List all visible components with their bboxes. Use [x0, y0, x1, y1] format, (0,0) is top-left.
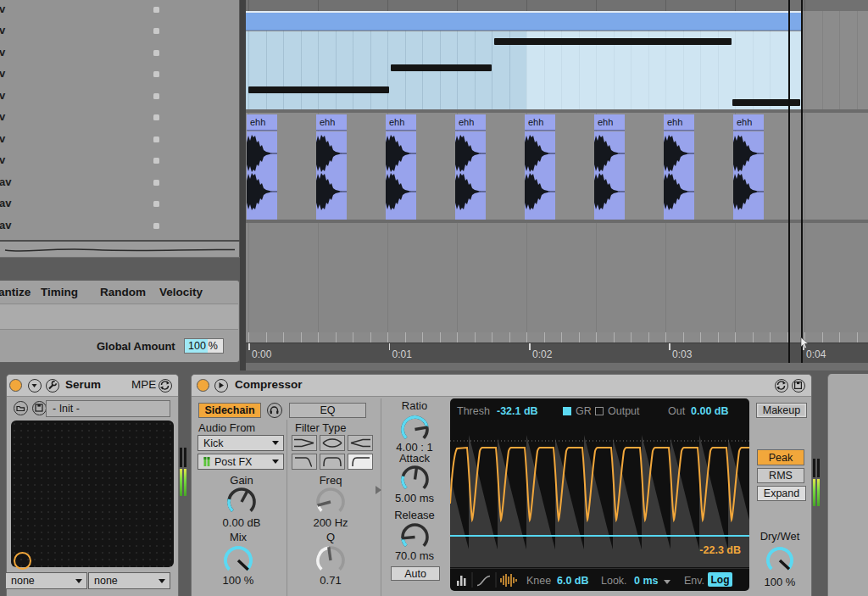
tap-point-dropdown[interactable]: Post FX — [198, 454, 284, 470]
audio-clip[interactable]: ehh — [594, 114, 625, 220]
mix-value[interactable]: 100 % — [223, 575, 254, 587]
q-value[interactable]: 0.71 — [320, 575, 341, 587]
freq-value[interactable]: 200 Hz — [313, 517, 348, 529]
sidechain-eq-button[interactable]: EQ — [289, 403, 366, 418]
browser-item[interactable]: v — [0, 132, 5, 145]
filter-type-funnel-button[interactable] — [348, 435, 373, 451]
device-on-led[interactable] — [197, 379, 209, 392]
fold-device-button[interactable] — [28, 379, 42, 393]
auto-release-button[interactable]: Auto — [391, 566, 440, 581]
rms-mode-button[interactable]: RMS — [757, 468, 804, 483]
audio-clip-waveform[interactable] — [664, 131, 694, 220]
preset-name-field[interactable]: - Init - — [46, 400, 170, 417]
audio-clip[interactable]: ehh — [525, 114, 555, 220]
release-knob[interactable] — [399, 521, 431, 553]
midi-clip[interactable] — [246, 11, 801, 109]
tab-random[interactable]: Random — [100, 286, 146, 298]
audio-clip-waveform[interactable] — [525, 131, 555, 220]
hot-swap-button[interactable] — [775, 379, 788, 393]
drywet-value[interactable]: 100 % — [765, 577, 796, 588]
filter-type-highpass-button[interactable] — [348, 454, 373, 470]
mix-knob[interactable] — [222, 544, 254, 577]
sidechain-toggle-button[interactable]: Sidechain — [198, 403, 261, 418]
sidechain-listen-button[interactable] — [267, 403, 282, 418]
audio-clip-title[interactable]: ehh — [594, 114, 625, 131]
insert-marker-line[interactable] — [801, 0, 803, 363]
browser-item[interactable]: v — [0, 153, 5, 166]
plugin-display[interactable] — [11, 421, 174, 567]
tab-velocity[interactable]: Velocity — [159, 286, 203, 298]
envelope-mode-chip[interactable]: Log — [708, 572, 732, 587]
mod-source-2-dropdown[interactable]: none — [88, 572, 170, 589]
filter-type-bell-button[interactable] — [320, 435, 345, 451]
audio-clip[interactable]: ehh — [664, 114, 694, 220]
device-drop-area[interactable] — [827, 374, 868, 596]
audio-clip-title[interactable]: ehh — [733, 114, 764, 131]
browser-item[interactable]: av — [0, 219, 11, 231]
gr-checkbox[interactable] — [563, 407, 571, 415]
audio-clip[interactable]: ehh — [247, 114, 277, 220]
gain-value[interactable]: 0.00 dB — [223, 517, 261, 529]
output-checkbox[interactable] — [595, 407, 604, 415]
tab-timing[interactable]: Timing — [41, 286, 78, 298]
freq-knob[interactable] — [314, 486, 347, 518]
section-fold-arrow[interactable] — [376, 486, 381, 494]
panel-divider[interactable] — [240, 0, 246, 370]
plugin-edit-button[interactable] — [46, 379, 59, 393]
chevron-down-icon[interactable] — [664, 580, 670, 584]
audio-clip-title[interactable]: ehh — [525, 114, 555, 131]
midi-note[interactable] — [732, 99, 800, 106]
audio-clip[interactable]: ehh — [733, 114, 764, 220]
activity-view-icon[interactable] — [501, 574, 516, 587]
audio-clip-waveform[interactable] — [455, 131, 486, 220]
load-preset-button[interactable] — [14, 401, 28, 415]
audio-clip-waveform[interactable] — [594, 131, 625, 220]
compressor-title-bar[interactable]: Compressor — [192, 375, 811, 397]
thresh-value[interactable]: -32.1 dB — [497, 405, 538, 417]
filter-type-bandpass-button[interactable] — [320, 454, 345, 470]
lookahead-value[interactable]: 0 ms — [634, 575, 659, 587]
transfer-curve-view-icon[interactable] — [477, 577, 490, 586]
makeup-button[interactable]: Makeup — [756, 403, 807, 418]
audio-clip-title[interactable]: ehh — [455, 114, 486, 131]
compressor-display[interactable]: Thresh -32.1 dB GR Output Out 0.00 dB -2… — [450, 398, 749, 591]
gain-knob[interactable] — [225, 486, 258, 518]
filter-type-notch-button[interactable] — [292, 435, 317, 451]
audio-clip-title[interactable]: ehh — [316, 114, 347, 131]
browser-item[interactable]: v — [0, 46, 5, 58]
audio-clip-title[interactable]: ehh — [247, 114, 277, 131]
audio-clip-waveform[interactable] — [247, 131, 277, 220]
expand-mode-button[interactable]: Expand — [757, 486, 806, 501]
audio-from-dropdown[interactable]: Kick — [198, 435, 284, 451]
midi-note[interactable] — [248, 86, 389, 93]
global-amount-field[interactable]: 100 % — [184, 338, 224, 354]
ratio-knob[interactable] — [399, 414, 431, 445]
audio-clip-waveform[interactable] — [733, 131, 764, 220]
hot-swap-button[interactable] — [159, 379, 172, 393]
audio-clip[interactable]: ehh — [455, 114, 486, 220]
mpe-label[interactable]: MPE — [131, 379, 156, 391]
browser-item[interactable]: av — [0, 175, 11, 188]
fold-device-button[interactable] — [214, 379, 228, 393]
time-ruler[interactable]: 0:000:010:020:030:04 — [246, 343, 868, 363]
audio-clip-title[interactable]: ehh — [664, 114, 694, 131]
audio-clip[interactable]: ehh — [316, 114, 347, 220]
save-preset-button[interactable] — [792, 379, 805, 393]
peak-mode-button[interactable]: Peak — [757, 449, 804, 465]
release-value[interactable]: 70.0 ms — [395, 550, 434, 562]
histogram-view-icon[interactable] — [457, 576, 466, 586]
save-preset-button[interactable] — [32, 401, 47, 415]
scrub-strip[interactable] — [246, 0, 868, 11]
drywet-knob[interactable] — [765, 545, 795, 576]
attack-value[interactable]: 5.00 ms — [395, 493, 434, 504]
browser-item[interactable]: v — [0, 67, 5, 80]
mod-source-1-dropdown[interactable]: none — [5, 572, 87, 589]
q-knob[interactable] — [314, 544, 347, 577]
audio-clip-waveform[interactable] — [316, 131, 347, 220]
midi-note[interactable] — [494, 38, 732, 45]
browser-item[interactable]: v — [0, 24, 5, 36]
midi-clip-header[interactable] — [246, 13, 801, 31]
audio-clip-waveform[interactable] — [386, 131, 416, 220]
tab-quantize[interactable]: antize — [0, 286, 31, 298]
browser-item[interactable]: av — [0, 197, 11, 209]
